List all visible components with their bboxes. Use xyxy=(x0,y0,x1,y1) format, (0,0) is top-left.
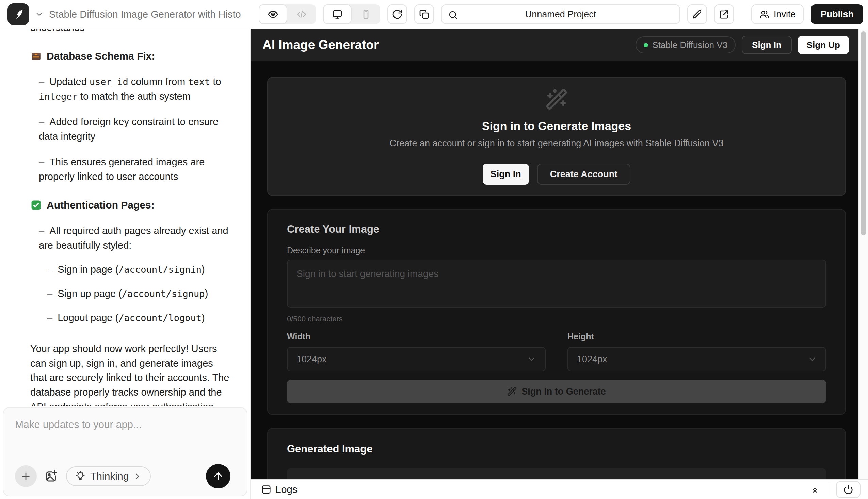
width-label: Width xyxy=(287,332,546,341)
preview-mode-button[interactable] xyxy=(259,4,287,24)
header-sign-up-button[interactable]: Sign Up xyxy=(798,36,849,54)
thinking-mode-button[interactable]: Thinking xyxy=(66,466,151,486)
open-in-new-tab-button[interactable] xyxy=(714,4,734,24)
width-field: Width 1024px xyxy=(287,332,546,372)
invite-label: Invite xyxy=(774,9,796,20)
project-name-bar[interactable]: Unnamed Project xyxy=(441,4,680,24)
width-select[interactable]: 1024px xyxy=(287,347,546,372)
inline-code: /account/logout xyxy=(118,313,202,323)
create-image-title: Create Your Image xyxy=(287,223,826,235)
smartphone-icon xyxy=(360,9,371,20)
sign-in-prompt-card: Sign in to Generate Images Create an acc… xyxy=(267,77,846,196)
expand-logs-button[interactable] xyxy=(808,485,822,494)
project-title: Stable Diffusion Image Generator with Hi… xyxy=(49,9,241,20)
power-button[interactable] xyxy=(836,481,860,498)
chevron-down-icon xyxy=(527,355,536,364)
refresh-icon xyxy=(392,9,403,20)
project-menu-chevron[interactable] xyxy=(35,10,44,19)
width-value: 1024px xyxy=(297,354,327,365)
project-name-value: Unnamed Project xyxy=(525,9,596,20)
model-badge: Stable Diffusion V3 xyxy=(635,36,736,53)
chat-panel: understands Database Schema Fix: –Update… xyxy=(0,29,251,499)
code-mode-button[interactable] xyxy=(287,4,316,24)
chat-closing-paragraph: Your app should now work perfectly! User… xyxy=(30,341,230,406)
copy-icon xyxy=(419,9,430,20)
pencil-icon xyxy=(692,9,702,20)
composer: Thinking xyxy=(3,407,248,496)
chat-bullet: –All required auth pages already exist a… xyxy=(39,223,230,253)
mobile-view-button[interactable] xyxy=(352,4,380,24)
invite-button[interactable]: Invite xyxy=(751,4,804,24)
chat-sub-bullet: –Sign in page (/account/signin) xyxy=(47,262,230,277)
send-button[interactable] xyxy=(206,464,230,488)
chat-clipped-text: understands xyxy=(30,29,230,35)
inline-code: user_id xyxy=(90,76,128,87)
logs-toggle[interactable]: Logs xyxy=(261,484,297,495)
model-badge-label: Stable Diffusion V3 xyxy=(652,40,727,50)
add-attachment-button[interactable] xyxy=(15,465,37,487)
status-dot xyxy=(644,43,648,47)
search-icon xyxy=(448,10,458,20)
logs-actions xyxy=(808,481,860,498)
image-plus-icon xyxy=(44,469,59,483)
generate-button[interactable]: Sign In to Generate xyxy=(287,380,826,403)
arrow-up-icon xyxy=(212,471,224,482)
generate-button-label: Sign In to Generate xyxy=(522,386,606,397)
chat-input[interactable] xyxy=(15,419,235,464)
generated-image-card: Generated Image xyxy=(267,428,846,479)
preview-scrollbar-thumb[interactable] xyxy=(861,31,866,235)
thinking-label: Thinking xyxy=(90,471,129,482)
inline-code: /account/signin xyxy=(118,264,202,275)
prompt-label: Describe your image xyxy=(287,246,826,255)
external-link-icon xyxy=(719,9,729,20)
height-value: 1024px xyxy=(577,354,607,365)
hero-create-account-button[interactable]: Create Account xyxy=(537,163,631,185)
add-image-button[interactable] xyxy=(44,469,59,483)
desktop-view-button[interactable] xyxy=(323,4,352,24)
inline-code: /account/signup xyxy=(122,289,205,299)
refresh-button[interactable] xyxy=(388,4,407,24)
publish-button[interactable]: Publish xyxy=(811,4,863,24)
sign-in-prompt-subtitle: Create an account or sign in to start ge… xyxy=(389,138,723,149)
char-count: 0/500 characters xyxy=(287,315,826,324)
view-mode-toggle xyxy=(259,4,316,24)
inline-code: text xyxy=(188,76,210,87)
wand-sparkles-icon xyxy=(507,387,517,396)
card-file-box-emoji xyxy=(30,50,42,62)
chevron-right-icon xyxy=(133,472,142,480)
plus-icon xyxy=(21,471,31,482)
power-icon xyxy=(843,484,853,495)
chat-sub-bullet: –Logout page (/account/logout) xyxy=(47,311,230,325)
code-icon xyxy=(296,9,307,20)
height-label: Height xyxy=(568,332,826,341)
header-sign-in-button[interactable]: Sign In xyxy=(742,36,792,54)
users-icon xyxy=(759,9,770,20)
preview-header-actions: Stable Diffusion V3 Sign In Sign Up xyxy=(635,36,849,54)
device-toggle xyxy=(323,4,380,24)
wand-sparkles-icon xyxy=(545,88,568,111)
app-preview-panel: AI Image Generator Stable Diffusion V3 S… xyxy=(251,29,868,499)
rename-button[interactable] xyxy=(687,4,707,24)
chevron-down-icon xyxy=(808,355,817,364)
top-bar: Stable Diffusion Image Generator with Hi… xyxy=(0,0,868,29)
height-select[interactable]: 1024px xyxy=(568,347,826,372)
hero-sign-in-button[interactable]: Sign In xyxy=(483,163,529,185)
chevrons-up-icon xyxy=(810,485,820,494)
db-schema-heading: Database Schema Fix: xyxy=(30,49,230,64)
copy-link-button[interactable] xyxy=(414,4,434,24)
eye-icon xyxy=(267,9,278,20)
app-logo[interactable] xyxy=(8,3,29,25)
chat-sub-bullet: –Sign up page (/account/signup) xyxy=(47,287,230,301)
preview-scrollbar-track xyxy=(858,29,868,479)
height-field: Height 1024px xyxy=(568,332,826,372)
preview-app-header: AI Image Generator Stable Diffusion V3 S… xyxy=(251,29,868,61)
generated-image-title: Generated Image xyxy=(287,443,826,455)
composer-toolbar: Thinking xyxy=(15,464,235,489)
prompt-input[interactable] xyxy=(287,259,826,308)
create-image-card: Create Your Image Describe your image 0/… xyxy=(267,209,846,415)
lightbulb-icon xyxy=(75,471,86,482)
preview-content: Sign in to Generate Images Create an acc… xyxy=(251,61,868,479)
check-mark-emoji xyxy=(30,199,42,211)
panel-top-icon xyxy=(261,484,271,495)
dimensions-row: Width 1024px Height 1024px xyxy=(287,332,826,372)
